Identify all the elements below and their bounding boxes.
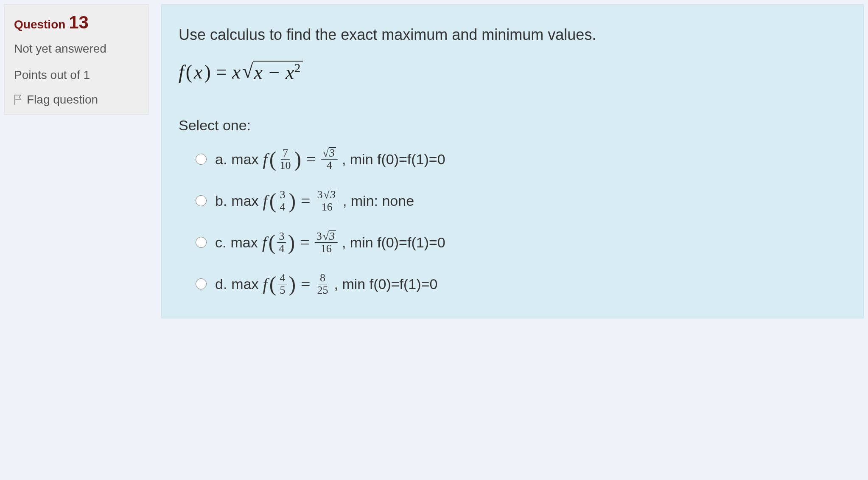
flag-label: Flag question <box>27 93 98 107</box>
option-a[interactable]: a. max f( 710 ) = √3 4 , <box>196 146 846 172</box>
question-formula: f(x) = x √ x − x2 <box>179 61 846 83</box>
option-b-label: b. max f( 34 ) = 3 √3 16 <box>215 189 414 213</box>
option-c-radio[interactable] <box>196 237 207 248</box>
option-d-label: d. max f( 45 ) = 8 25 , min f(0)=f(1)=0 <box>215 272 437 296</box>
option-c-label: c. max f( 34 ) = 3 √3 16 <box>215 230 445 254</box>
question-prompt: Use calculus to find the exact maximum a… <box>179 26 846 44</box>
options-group: a. max f( 710 ) = √3 4 , <box>179 146 846 297</box>
flag-question-link[interactable]: Flag question <box>14 93 139 107</box>
question-points: Points out of 1 <box>14 68 139 82</box>
option-a-radio[interactable] <box>196 154 207 165</box>
question-content-panel: Use calculus to find the exact maximum a… <box>161 4 864 318</box>
question-info-panel: Question 13 Not yet answered Points out … <box>4 4 148 115</box>
question-status: Not yet answered <box>14 42 139 56</box>
option-d-radio[interactable] <box>196 278 207 289</box>
option-d[interactable]: d. max f( 45 ) = 8 25 , min f(0)=f(1)=0 <box>196 271 846 297</box>
flag-icon <box>14 94 22 105</box>
quiz-container: Question 13 Not yet answered Points out … <box>4 4 864 318</box>
option-c[interactable]: c. max f( 34 ) = 3 √3 16 <box>196 230 846 255</box>
select-one-label: Select one: <box>179 117 846 134</box>
question-heading: Question 13 <box>14 12 139 33</box>
question-label: Question <box>14 18 65 31</box>
option-b-radio[interactable] <box>196 195 207 206</box>
option-a-label: a. max f( 710 ) = √3 4 , <box>215 147 445 171</box>
option-b[interactable]: b. max f( 34 ) = 3 √3 16 <box>196 188 846 213</box>
question-number: 13 <box>69 12 89 32</box>
